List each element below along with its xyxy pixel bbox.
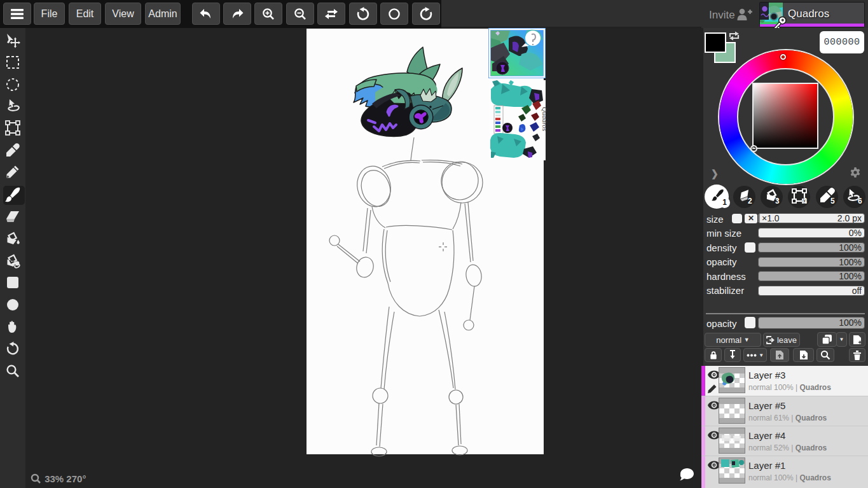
svg-text:Quadros: Quadros [541, 107, 549, 131]
